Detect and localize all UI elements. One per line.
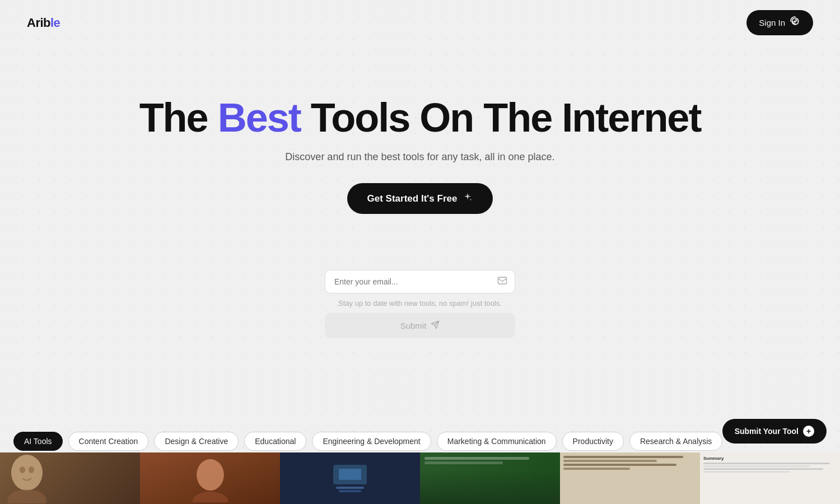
tool-card-5[interactable] — [560, 452, 700, 504]
tool-card-4[interactable] — [420, 452, 560, 504]
logo: Arible — [27, 16, 60, 30]
email-icon — [497, 276, 507, 288]
tool-card-6[interactable]: Summary — [700, 452, 840, 504]
category-tab-research-analysis[interactable]: Research & Analysis — [629, 432, 722, 451]
category-tab-content-creation[interactable]: Content Creation — [68, 432, 149, 451]
sparkle-icon — [463, 192, 473, 205]
hero-section: The Best Tools On The Internet Discover … — [0, 45, 840, 236]
email-input[interactable] — [325, 270, 515, 293]
submit-tool-label: Submit Your Tool — [735, 427, 799, 436]
tool-card-3[interactable] — [280, 452, 420, 504]
svg-point-4 — [11, 455, 43, 491]
logo-highlight: le — [50, 16, 60, 30]
email-hint: Stay up to date with new tools, no spam!… — [338, 299, 502, 307]
sign-in-label: Sign In — [759, 18, 785, 27]
hero-title-suffix: Tools On The Internet — [301, 95, 701, 140]
category-tab-ai-tools[interactable]: AI Tools — [13, 432, 63, 451]
cards-strip: Summary — [0, 452, 840, 504]
svg-point-7 — [29, 466, 34, 473]
email-input-wrapper — [325, 270, 515, 293]
header: Arible Sign In — [0, 0, 840, 45]
hero-title: The Best Tools On The Internet — [0, 96, 840, 140]
category-tab-productivity[interactable]: Productivity — [562, 432, 624, 451]
hero-subtitle: Discover and run the best tools for any … — [0, 151, 840, 163]
get-started-button[interactable]: Get Started It's Free — [347, 183, 493, 214]
hero-title-prefix: The — [139, 95, 218, 140]
submit-button[interactable]: Submit — [325, 313, 515, 338]
svg-point-5 — [7, 489, 46, 503]
fingerprint-icon — [790, 16, 801, 30]
get-started-label: Get Started It's Free — [367, 193, 458, 204]
category-tab-design-creative[interactable]: Design & Creative — [154, 432, 239, 451]
category-tab-engineering-development[interactable]: Engineering & Development — [312, 432, 431, 451]
submit-label: Submit — [400, 321, 427, 330]
svg-point-6 — [20, 466, 25, 473]
sign-in-button[interactable]: Sign In — [746, 10, 813, 35]
tool-card-2[interactable] — [140, 452, 280, 504]
send-icon — [431, 320, 440, 331]
face-icon-2 — [189, 455, 231, 502]
category-tab-educational[interactable]: Educational — [244, 432, 306, 451]
category-tab-marketing-communication[interactable]: Marketing & Communication — [437, 432, 557, 451]
svg-point-8 — [197, 459, 224, 490]
submit-tool-button[interactable]: Submit Your Tool + — [722, 419, 827, 444]
email-section: Stay up to date with new tools, no spam!… — [0, 270, 840, 338]
category-bar: AI ToolsContent CreationDesign & Creativ… — [0, 432, 840, 451]
face-icon-1 — [4, 453, 49, 503]
tool-card-1[interactable] — [0, 452, 140, 504]
hero-title-highlight: Best — [218, 95, 301, 140]
plus-icon: + — [803, 426, 814, 437]
svg-point-9 — [192, 491, 228, 502]
svg-rect-1 — [498, 277, 507, 284]
